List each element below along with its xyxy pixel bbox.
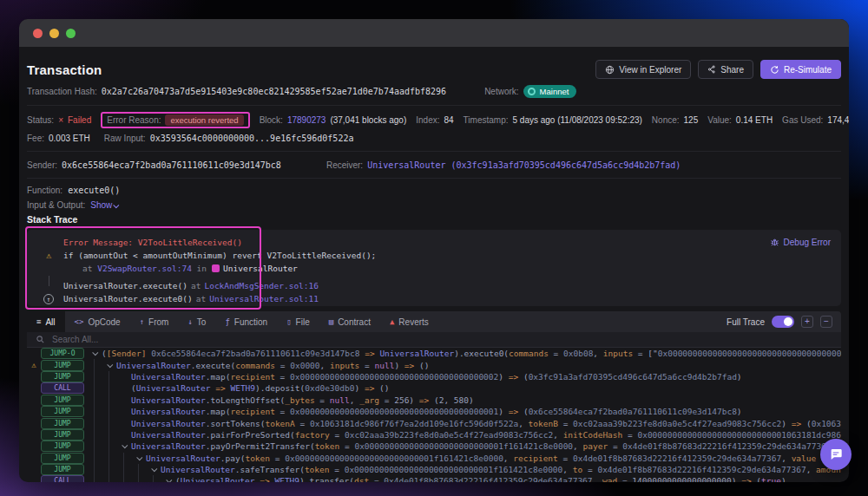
tab-contract[interactable]: ▤Contract xyxy=(319,311,380,332)
collapse-caret-icon[interactable] xyxy=(164,479,175,482)
tx-hash-value[interactable]: 0x2a7c26a70473a7d5e915403e9c80ec82142958… xyxy=(102,87,446,96)
revert-code-line: if (amountOut < amountOutMinimum) revert… xyxy=(63,251,376,260)
tx-hash-label: Transaction Hash: xyxy=(27,87,97,96)
source-location-link[interactable]: V2SwapRouter.sol:74 xyxy=(97,264,192,273)
indent-guide xyxy=(108,429,120,441)
tab-function[interactable]: ƒFunction xyxy=(215,311,277,332)
indent-guide xyxy=(123,453,135,464)
opcode-badge: JUMP xyxy=(41,360,84,371)
trace-row[interactable]: JUMP-O([Sender] 0x6ce55864eca7f2bad0a761… xyxy=(27,348,841,359)
indent-guide xyxy=(108,406,120,417)
close-window-icon[interactable] xyxy=(33,29,43,38)
chat-widget-button[interactable] xyxy=(820,439,852,470)
network-icon xyxy=(528,88,536,95)
opcode-badge: JUMP xyxy=(41,464,84,475)
re-simulate-icon xyxy=(770,65,779,75)
input-output-show-toggle[interactable]: Show xyxy=(90,200,119,210)
receiver-link[interactable]: UniversalRouter (0x3fc91a3afd70395cd496c… xyxy=(367,160,681,170)
trace-row[interactable]: JUMPUniversalRouter.payOrPermit2Transfer… xyxy=(27,441,841,452)
search-input[interactable] xyxy=(52,335,312,344)
trace-row[interactable]: JUMPUniversalRouter.sortTokens(tokenA = … xyxy=(27,417,841,428)
share-button[interactable]: Share xyxy=(698,60,753,79)
opcode-badge: JUMP xyxy=(41,406,84,417)
raw-input-label: Raw Input: xyxy=(104,134,146,143)
tab-all[interactable]: ≡All xyxy=(27,311,65,332)
function-value: execute0() xyxy=(68,186,120,195)
trace-row[interactable]: JUMPUniversalRouter.pairForPreSorted(fac… xyxy=(27,429,841,441)
opcode-badge: CALL xyxy=(41,475,84,482)
bug-icon xyxy=(770,238,779,247)
trace-row[interactable]: JUMPUniversalRouter.pay(token = 0x000000… xyxy=(27,453,841,464)
sender-address[interactable]: 0x6ce55864eca7f2bad0a761110611c09e3d147b… xyxy=(62,160,281,170)
block-ago: (37,041 blocks ago) xyxy=(330,115,406,125)
nonce-value: 125 xyxy=(684,115,699,125)
trace-rows: JUMP-O([Sender] 0x6ce55864eca7f2bad0a761… xyxy=(27,348,841,482)
trace-row[interactable]: CALL(UniversalRouter => WETH9).deposit(0… xyxy=(27,382,841,394)
re-simulate-button[interactable]: Re-Simulate xyxy=(760,60,841,79)
trace-row[interactable]: JUMPUniversalRouter.safeTransfer(token =… xyxy=(27,464,841,475)
indent-guide xyxy=(108,464,120,475)
tab-file[interactable]: ▯File xyxy=(277,311,319,332)
stack-frame[interactable]: UniversalRouter.execute() at LockAndMsgS… xyxy=(34,279,832,292)
stack-trace-title: Stack Trace xyxy=(27,214,841,227)
search-icon xyxy=(36,335,45,344)
collapse-caret-icon[interactable] xyxy=(120,444,131,448)
frame-call: UniversalRouter.execute0() xyxy=(63,294,193,303)
trace-row[interactable]: CALL(UniversalRouter => WETH9).transfer(… xyxy=(27,475,841,482)
expand-all-icon[interactable]: + xyxy=(801,316,813,328)
tab-label: File xyxy=(296,317,310,327)
raw-input-value[interactable]: 0x3593564c0000000000...9e16fc596d0f522a xyxy=(150,134,354,143)
collapse-caret-icon[interactable] xyxy=(105,363,116,368)
indent-guide xyxy=(138,475,149,482)
indent-guide xyxy=(94,464,105,475)
page-title: Transaction xyxy=(27,62,102,77)
trace-row[interactable]: JUMPUniversalRouter.toLengthOffset(_byte… xyxy=(27,395,841,406)
stack-frame[interactable]: ↑ UniversalRouter.execute0() at Universa… xyxy=(34,292,832,305)
collapse-caret-icon[interactable] xyxy=(90,351,102,356)
frame-location-link[interactable]: LockAndMsgSender.sol:16 xyxy=(204,281,319,290)
stack-trace-panel: Error Message: V2TooLittleReceived() ⚠ i… xyxy=(27,230,841,306)
indent-guide xyxy=(94,475,105,482)
opcode-badge: JUMP xyxy=(41,429,84,441)
network-name: Mainnet xyxy=(540,87,569,96)
collapse-caret-icon[interactable] xyxy=(149,467,161,472)
minimize-window-icon[interactable] xyxy=(49,29,59,38)
error-reason-badge: execution reverted xyxy=(165,114,243,126)
tab-reverts[interactable]: ▲Reverts xyxy=(380,311,438,332)
collapse-caret-icon[interactable] xyxy=(135,456,146,460)
divider xyxy=(27,178,841,179)
opcode-badge: JUMP xyxy=(41,441,84,452)
view-in-explorer-button[interactable]: View in Explorer xyxy=(595,60,691,79)
receiver-label: Receiver: xyxy=(326,160,363,170)
debug-error-button[interactable]: Debug Error xyxy=(770,238,831,247)
trace-row[interactable]: ⚠JUMPUniversalRouter.execute(commands = … xyxy=(27,359,841,370)
opcode-badge: JUMP xyxy=(41,453,84,464)
divider xyxy=(27,151,841,152)
block-link[interactable]: 17890273 xyxy=(287,115,326,125)
network-badge[interactable]: Mainnet xyxy=(523,85,577,98)
collapse-all-icon[interactable]: − xyxy=(820,316,832,328)
tab-to[interactable]: ↓To xyxy=(178,311,215,332)
trace-row[interactable]: JUMPUniversalRouter.map(recipient = 0x00… xyxy=(27,371,841,382)
gas-used-value: 174,459 xyxy=(827,115,849,125)
tab-opcode[interactable]: <>OpCode xyxy=(65,311,130,332)
container-contract: UniversalRouter xyxy=(223,264,298,273)
trace-call-text: (UniversalRouter => WETH9).deposit(0xd0e… xyxy=(131,383,390,393)
tab-label: Contract xyxy=(338,317,371,327)
gas-used-label: Gas Used: xyxy=(782,115,823,125)
frame-at-label: at xyxy=(193,294,209,303)
trace-row[interactable]: JUMPUniversalRouter.map(recipient = 0x00… xyxy=(27,406,841,417)
tab-from[interactable]: ↑From xyxy=(130,311,179,332)
trace-call-text: UniversalRouter.pay(token = 0x0000000000… xyxy=(146,454,841,463)
indent-guide xyxy=(94,395,105,406)
frame-location-link[interactable]: UniversalRouter.sol:11 xyxy=(209,294,319,303)
maximize-window-icon[interactable] xyxy=(66,29,76,38)
frame-at-label: at xyxy=(187,281,204,290)
trace-call-text: ([Sender] 0x6ce55864eca7f2bad0a761110611… xyxy=(102,349,841,358)
trace-call-text: UniversalRouter.sortTokens(tokenA = 0x10… xyxy=(131,419,841,428)
nonce-label: Nonce: xyxy=(652,115,680,125)
view-in-explorer-label: View in Explorer xyxy=(619,65,681,75)
warning-icon: ▲ xyxy=(390,317,394,326)
chat-bubble-icon xyxy=(829,447,843,461)
full-trace-toggle[interactable] xyxy=(772,316,794,328)
